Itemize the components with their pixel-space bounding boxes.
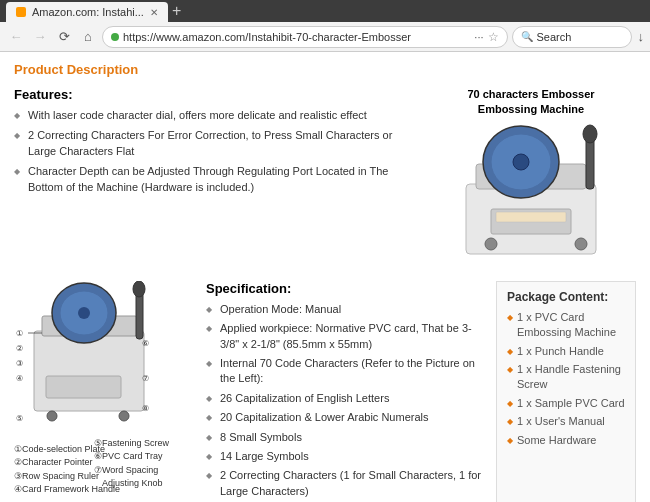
nav-bar: ← → ⟳ ⌂ https://www.amazon.com/Instahibi… — [0, 22, 650, 52]
package-heading: Package Content: — [507, 290, 625, 304]
package-item-2: 1 x Punch Handle — [507, 344, 625, 359]
svg-point-6 — [583, 125, 597, 143]
svg-text:③: ③ — [16, 359, 23, 368]
search-text: Search — [537, 31, 572, 43]
forward-button[interactable]: → — [30, 27, 50, 47]
back-button[interactable]: ← — [6, 27, 26, 47]
package-item-5: 1 x User's Manual — [507, 414, 625, 429]
spec-item-1: Operation Mode: Manual — [206, 302, 484, 317]
specs-section: Specification: Operation Mode: Manual Ap… — [206, 281, 484, 502]
product-description-heading: Product Description — [14, 62, 636, 77]
package-list: 1 x PVC Card Embossing Machine 1 x Punch… — [507, 310, 625, 448]
tab-favicon — [16, 7, 26, 17]
svg-point-15 — [78, 307, 90, 319]
diagram-labels: ①Code-selection Plate ②Character Pointer… — [14, 443, 194, 491]
package-item-6: Some Hardware — [507, 433, 625, 448]
tab-bar: Amazon.com: Instahi... ✕ + — [0, 0, 650, 22]
svg-text:⑥: ⑥ — [142, 339, 149, 348]
tab-label: Amazon.com: Instahi... — [32, 6, 144, 18]
specs-heading: Specification: — [206, 281, 484, 296]
search-icon: 🔍 — [521, 31, 533, 42]
feature-item-2: 2 Correcting Characters For Error Correc… — [14, 128, 416, 159]
spec-item-4: 26 Capitalization of English Letters — [206, 391, 484, 406]
svg-text:⑤: ⑤ — [16, 414, 23, 423]
main-section: Features: With laser code character dial… — [14, 87, 636, 267]
secure-icon — [111, 33, 119, 41]
diagram-label-7: ⑦Word Spacing — [94, 464, 194, 478]
url-text: https://www.amazon.com/Instahibit-70-cha… — [123, 31, 411, 43]
search-bar[interactable]: 🔍 Search — [512, 26, 632, 48]
new-tab-button[interactable]: + — [172, 2, 181, 20]
features-heading: Features: — [14, 87, 416, 102]
svg-text:②: ② — [16, 344, 23, 353]
feature-item-3: Character Depth can be Adjusted Through … — [14, 164, 416, 195]
diagram-label-7b: Adjusting Knob — [102, 477, 194, 491]
address-bar[interactable]: https://www.amazon.com/Instahibit-70-cha… — [102, 26, 508, 48]
svg-point-20 — [119, 411, 129, 421]
spec-item-2: Applied workpiece: Normative PVC card, T… — [206, 321, 484, 352]
spec-item-8: 2 Correcting Characters (1 for Small Cha… — [206, 468, 484, 499]
svg-rect-10 — [496, 212, 566, 222]
bookmark-icon[interactable]: ☆ — [488, 30, 499, 44]
product-image — [436, 124, 626, 264]
svg-point-8 — [575, 238, 587, 250]
package-content-box: Package Content: 1 x PVC Card Embossing … — [496, 281, 636, 502]
reload-button[interactable]: ⟳ — [54, 27, 74, 47]
product-image-section: 70 characters EmbosserEmbossing Machine — [426, 87, 636, 267]
home-button[interactable]: ⌂ — [78, 27, 98, 47]
product-image-title: 70 characters EmbosserEmbossing Machine — [426, 87, 636, 118]
diagram-image: ① ② ③ ④ ⑤ ⑥ ⑦ ⑧ — [14, 281, 184, 436]
svg-point-4 — [513, 154, 529, 170]
diagram-label-5: ⑤Fastening Screw — [94, 437, 194, 451]
svg-point-17 — [133, 281, 145, 297]
address-options[interactable]: ··· — [474, 31, 483, 43]
svg-point-19 — [47, 411, 57, 421]
download-icon[interactable]: ↓ — [638, 29, 645, 44]
features-section: Features: With laser code character dial… — [14, 87, 416, 267]
svg-rect-18 — [46, 376, 121, 398]
spec-item-7: 14 Large Symbols — [206, 449, 484, 464]
active-tab[interactable]: Amazon.com: Instahi... ✕ — [6, 2, 168, 22]
svg-text:④: ④ — [16, 374, 23, 383]
lower-section: ① ② ③ ④ ⑤ ⑥ ⑦ ⑧ ①Code-selection Plate ②C… — [14, 281, 636, 502]
tab-close-button[interactable]: ✕ — [150, 7, 158, 18]
spec-item-5: 20 Capitalization & Lower Arabic Numeral… — [206, 410, 484, 425]
svg-text:⑧: ⑧ — [142, 404, 149, 413]
feature-item-1: With laser code character dial, offers m… — [14, 108, 416, 123]
diagram-label-6: ⑥PVC Card Tray — [94, 450, 194, 464]
features-list: With laser code character dial, offers m… — [14, 108, 416, 195]
spec-item-3: Internal 70 Code Characters (Refer to th… — [206, 356, 484, 387]
package-item-1: 1 x PVC Card Embossing Machine — [507, 310, 625, 341]
svg-point-7 — [485, 238, 497, 250]
spec-item-6: 8 Small Symbols — [206, 430, 484, 445]
svg-text:①: ① — [16, 329, 23, 338]
package-item-4: 1 x Sample PVC Card — [507, 396, 625, 411]
package-item-3: 1 x Handle Fastening Screw — [507, 362, 625, 393]
specs-list: Operation Mode: Manual Applied workpiece… — [206, 302, 484, 502]
page-content: Product Description Features: With laser… — [0, 52, 650, 502]
left-diagram-section: ① ② ③ ④ ⑤ ⑥ ⑦ ⑧ ①Code-selection Plate ②C… — [14, 281, 194, 502]
svg-text:⑦: ⑦ — [142, 374, 149, 383]
